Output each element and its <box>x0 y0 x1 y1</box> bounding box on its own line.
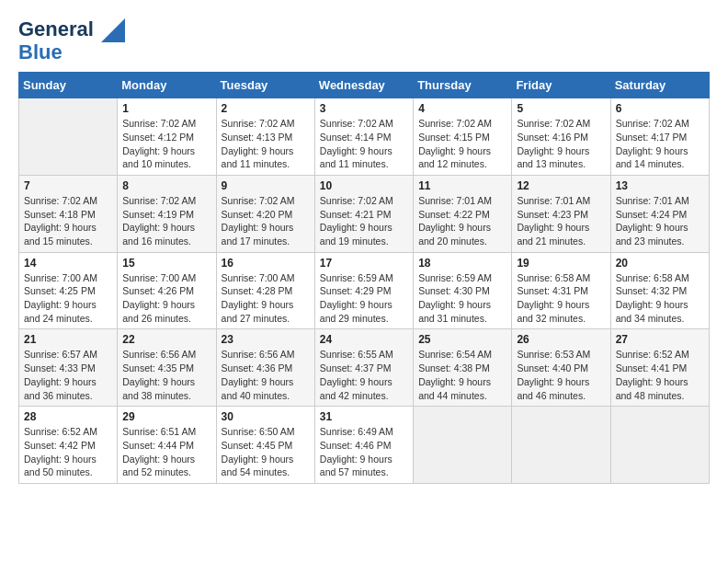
calendar-day-cell: 29Sunrise: 6:51 AMSunset: 4:44 PMDayligh… <box>118 407 216 484</box>
calendar-day-cell: 16Sunrise: 7:00 AMSunset: 4:28 PMDayligh… <box>216 252 314 329</box>
calendar-day-cell: 23Sunrise: 6:56 AMSunset: 4:36 PMDayligh… <box>216 329 314 407</box>
day-number: 11 <box>418 179 506 192</box>
calendar-day-cell: 7Sunrise: 7:02 AMSunset: 4:18 PMDaylight… <box>19 175 118 252</box>
day-info: Sunrise: 6:56 AMSunset: 4:36 PMDaylight:… <box>222 348 310 402</box>
logo-text: General <box>18 18 125 42</box>
day-number: 8 <box>122 179 210 192</box>
day-number: 10 <box>320 179 408 192</box>
calendar-day-cell: 31Sunrise: 6:49 AMSunset: 4:46 PMDayligh… <box>314 407 413 484</box>
day-number: 16 <box>222 257 310 270</box>
day-info: Sunrise: 6:50 AMSunset: 4:45 PMDaylight:… <box>222 425 310 479</box>
calendar-day-cell: 17Sunrise: 6:59 AMSunset: 4:29 PMDayligh… <box>314 252 413 329</box>
calendar-day-cell: 9Sunrise: 7:02 AMSunset: 4:20 PMDaylight… <box>216 175 314 252</box>
day-info: Sunrise: 7:02 AMSunset: 4:21 PMDaylight:… <box>320 194 408 248</box>
calendar-week-row: 7Sunrise: 7:02 AMSunset: 4:18 PMDaylight… <box>19 175 710 252</box>
day-info: Sunrise: 7:02 AMSunset: 4:17 PMDaylight:… <box>616 117 704 171</box>
day-number: 30 <box>222 410 310 423</box>
day-info: Sunrise: 6:51 AMSunset: 4:44 PMDaylight:… <box>122 425 210 479</box>
calendar-day-cell: 27Sunrise: 6:52 AMSunset: 4:41 PMDayligh… <box>610 329 709 407</box>
day-info: Sunrise: 7:02 AMSunset: 4:16 PMDaylight:… <box>517 117 605 171</box>
day-info: Sunrise: 7:01 AMSunset: 4:23 PMDaylight:… <box>517 194 605 248</box>
calendar-week-row: 14Sunrise: 7:00 AMSunset: 4:25 PMDayligh… <box>19 252 710 329</box>
calendar-day-cell: 26Sunrise: 6:53 AMSunset: 4:40 PMDayligh… <box>512 329 610 407</box>
calendar-week-row: 1Sunrise: 7:02 AMSunset: 4:12 PMDaylight… <box>19 98 710 176</box>
calendar-body: 1Sunrise: 7:02 AMSunset: 4:12 PMDaylight… <box>19 98 710 484</box>
calendar-day-cell: 13Sunrise: 7:01 AMSunset: 4:24 PMDayligh… <box>610 175 709 252</box>
calendar-day-cell: 10Sunrise: 7:02 AMSunset: 4:21 PMDayligh… <box>314 175 413 252</box>
day-info: Sunrise: 7:02 AMSunset: 4:19 PMDaylight:… <box>122 194 210 248</box>
calendar-day-cell <box>610 407 709 484</box>
calendar-day-cell: 15Sunrise: 7:00 AMSunset: 4:26 PMDayligh… <box>118 252 216 329</box>
day-number: 31 <box>320 410 408 423</box>
calendar-day-cell: 25Sunrise: 6:54 AMSunset: 4:38 PMDayligh… <box>414 329 512 407</box>
calendar-day-cell: 19Sunrise: 6:58 AMSunset: 4:31 PMDayligh… <box>512 252 610 329</box>
day-info: Sunrise: 6:53 AMSunset: 4:40 PMDaylight:… <box>517 348 605 402</box>
day-number: 5 <box>517 102 605 115</box>
calendar-day-cell: 8Sunrise: 7:02 AMSunset: 4:19 PMDaylight… <box>118 175 216 252</box>
day-number: 12 <box>517 179 605 192</box>
calendar-weekday-header: Saturday <box>610 73 709 98</box>
calendar-day-cell: 28Sunrise: 6:52 AMSunset: 4:42 PMDayligh… <box>19 407 118 484</box>
calendar-weekday-header: Friday <box>512 73 610 98</box>
day-number: 9 <box>222 179 310 192</box>
day-info: Sunrise: 7:02 AMSunset: 4:18 PMDaylight:… <box>24 194 112 248</box>
calendar-day-cell: 3Sunrise: 7:02 AMSunset: 4:14 PMDaylight… <box>314 98 413 176</box>
day-number: 19 <box>517 257 605 270</box>
calendar-day-cell: 6Sunrise: 7:02 AMSunset: 4:17 PMDaylight… <box>610 98 709 176</box>
page-header: General Blue <box>18 18 710 63</box>
day-info: Sunrise: 7:02 AMSunset: 4:13 PMDaylight:… <box>222 117 310 171</box>
day-info: Sunrise: 7:02 AMSunset: 4:12 PMDaylight:… <box>122 117 210 171</box>
day-number: 14 <box>24 257 112 270</box>
logo: General Blue <box>18 18 127 63</box>
day-number: 20 <box>616 257 704 270</box>
day-info: Sunrise: 6:49 AMSunset: 4:46 PMDaylight:… <box>320 425 408 479</box>
day-info: Sunrise: 7:01 AMSunset: 4:24 PMDaylight:… <box>616 194 704 248</box>
day-info: Sunrise: 7:00 AMSunset: 4:25 PMDaylight:… <box>24 271 112 326</box>
calendar-day-cell: 18Sunrise: 6:59 AMSunset: 4:30 PMDayligh… <box>414 252 512 329</box>
calendar-day-cell: 22Sunrise: 6:56 AMSunset: 4:35 PMDayligh… <box>118 329 216 407</box>
day-info: Sunrise: 6:59 AMSunset: 4:29 PMDaylight:… <box>320 271 408 326</box>
day-number: 6 <box>616 102 704 115</box>
day-info: Sunrise: 6:55 AMSunset: 4:37 PMDaylight:… <box>320 348 408 402</box>
calendar-day-cell: 24Sunrise: 6:55 AMSunset: 4:37 PMDayligh… <box>314 329 413 407</box>
day-info: Sunrise: 7:02 AMSunset: 4:14 PMDaylight:… <box>320 117 408 171</box>
calendar-day-cell <box>414 407 512 484</box>
day-info: Sunrise: 6:52 AMSunset: 4:41 PMDaylight:… <box>616 348 704 402</box>
day-number: 28 <box>24 410 112 423</box>
calendar-day-cell: 4Sunrise: 7:02 AMSunset: 4:15 PMDaylight… <box>414 98 512 176</box>
day-number: 17 <box>320 257 408 270</box>
day-number: 18 <box>418 257 506 270</box>
calendar-day-cell: 12Sunrise: 7:01 AMSunset: 4:23 PMDayligh… <box>512 175 610 252</box>
day-number: 15 <box>122 257 210 270</box>
day-info: Sunrise: 6:58 AMSunset: 4:31 PMDaylight:… <box>517 271 605 326</box>
day-info: Sunrise: 6:57 AMSunset: 4:33 PMDaylight:… <box>24 348 112 402</box>
logo-subtext: Blue <box>18 42 127 63</box>
day-info: Sunrise: 7:00 AMSunset: 4:26 PMDaylight:… <box>122 271 210 326</box>
day-number: 3 <box>320 102 408 115</box>
calendar-weekday-header: Monday <box>118 73 216 98</box>
day-info: Sunrise: 6:59 AMSunset: 4:30 PMDaylight:… <box>418 271 506 326</box>
day-number: 25 <box>418 333 506 346</box>
day-info: Sunrise: 6:52 AMSunset: 4:42 PMDaylight:… <box>24 425 112 479</box>
day-info: Sunrise: 6:54 AMSunset: 4:38 PMDaylight:… <box>418 348 506 402</box>
day-info: Sunrise: 7:02 AMSunset: 4:20 PMDaylight:… <box>222 194 310 248</box>
day-number: 23 <box>222 333 310 346</box>
day-number: 24 <box>320 333 408 346</box>
day-number: 2 <box>222 102 310 115</box>
day-info: Sunrise: 7:01 AMSunset: 4:22 PMDaylight:… <box>418 194 506 248</box>
day-number: 27 <box>616 333 704 346</box>
calendar-weekday-header: Tuesday <box>216 73 314 98</box>
day-number: 29 <box>122 410 210 423</box>
day-info: Sunrise: 7:00 AMSunset: 4:28 PMDaylight:… <box>222 271 310 326</box>
logo-icon <box>101 18 125 42</box>
day-number: 13 <box>616 179 704 192</box>
day-info: Sunrise: 6:58 AMSunset: 4:32 PMDaylight:… <box>616 271 704 326</box>
calendar-week-row: 21Sunrise: 6:57 AMSunset: 4:33 PMDayligh… <box>19 329 710 407</box>
day-number: 7 <box>24 179 112 192</box>
day-number: 26 <box>517 333 605 346</box>
calendar-day-cell: 14Sunrise: 7:00 AMSunset: 4:25 PMDayligh… <box>19 252 118 329</box>
calendar-day-cell <box>19 98 118 176</box>
calendar-day-cell: 21Sunrise: 6:57 AMSunset: 4:33 PMDayligh… <box>19 329 118 407</box>
calendar-weekday-header: Thursday <box>414 73 512 98</box>
svg-marker-0 <box>101 18 125 42</box>
